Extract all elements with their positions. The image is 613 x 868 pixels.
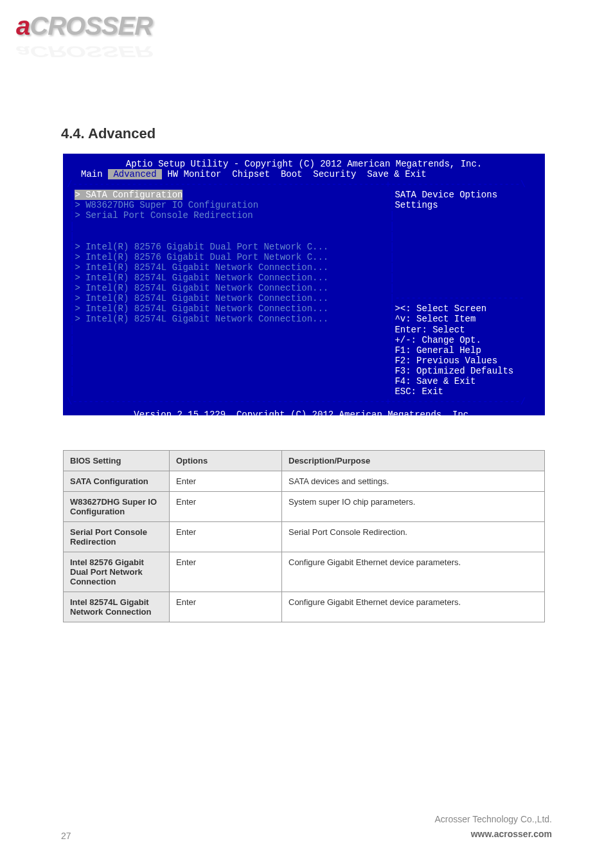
table-cell: SATA devices and settings.	[282, 471, 545, 492]
logo-reflection: aCROSSER	[16, 43, 152, 60]
bios-footer: Version 2.15.1229. Copyright (C) 2012 Am…	[64, 407, 544, 420]
logo-rest: CROSSER	[30, 12, 152, 40]
table-header: BIOS Setting	[64, 451, 170, 471]
logo: aCROSSER	[16, 12, 152, 41]
menu-item: > Intel(R) 82574L Gigabit Network Connec…	[75, 283, 328, 293]
tab-boot: Boot	[281, 169, 303, 179]
page-number: 27	[61, 831, 71, 841]
menu-item: > Intel(R) 82574L Gigabit Network Connec…	[75, 314, 328, 324]
menu-item: > Serial Port Console Redirection	[75, 210, 253, 221]
table-cell: Enter	[170, 492, 282, 522]
settings-table: BIOS Setting Options Description/Purpose…	[63, 450, 545, 622]
help-text: ESC: Exit	[395, 386, 443, 397]
bios-screenshot: Aptio Setup Utility - Copyright (C) 2012…	[63, 154, 545, 415]
table-cell: Configure Gigabit Ethernet device parame…	[282, 592, 545, 622]
table-cell: Enter	[170, 592, 282, 622]
logo-first-letter: a	[16, 12, 30, 40]
menu-item: > Intel(R) 82574L Gigabit Network Connec…	[75, 293, 328, 303]
help-text: F2: Previous Values	[395, 356, 497, 366]
table-header: Options	[170, 451, 282, 471]
help-text: Enter: Select	[395, 325, 465, 335]
bios-border: /---------------------------------------…	[64, 179, 544, 190]
menu-item: > Intel(R) 82574L Gigabit Network Connec…	[75, 303, 328, 314]
table-header: Description/Purpose	[282, 451, 545, 471]
table-cell: System super IO chip parameters.	[282, 492, 545, 522]
table-cell: Enter	[170, 552, 282, 592]
bios-border: \---------------------------------------…	[64, 397, 544, 407]
table-row: SATA Configuration Enter SATA devices an…	[64, 471, 545, 492]
menu-item: > Intel(R) 82576 Gigabit Dual Port Netwo…	[75, 252, 328, 262]
table-cell: SATA Configuration	[64, 471, 170, 492]
company-name: Acrosser Technology Co.,Ltd.	[434, 812, 552, 826]
help-text: SATA Device Options	[395, 190, 497, 200]
table-cell: W83627DHG Super IO Configuration	[64, 492, 170, 522]
table-cell: Serial Port Console Redirection.	[282, 522, 545, 552]
help-text: F1: General Help	[395, 345, 481, 356]
section-title: 4.4. Advanced	[61, 125, 155, 142]
help-text: +/-: Change Opt.	[395, 335, 481, 345]
bios-left-panel: |> SATA Configuration |> W83627DHG Super…	[67, 190, 387, 397]
table-cell: Enter	[170, 471, 282, 492]
menu-item: > Intel(R) 82574L Gigabit Network Connec…	[75, 273, 328, 283]
help-text: Settings	[395, 200, 438, 210]
tab-security: Security	[313, 169, 356, 179]
tab-save: Save & Exit	[367, 169, 426, 179]
table-cell: Intel 82574L Gigabit Network Connection	[64, 592, 170, 622]
tab-chipset: Chipset	[232, 169, 270, 179]
company-url: www.acrosser.com	[434, 827, 552, 841]
table-header-row: BIOS Setting Options Description/Purpose	[64, 451, 545, 471]
tab-main: Main	[81, 169, 103, 179]
menu-item: > Intel(R) 82574L Gigabit Network Connec…	[75, 262, 328, 273]
bios-tabs: Main Advanced HW Monitor Chipset Boot Se…	[64, 169, 544, 179]
table-cell: Serial Port Console Redirection	[64, 522, 170, 552]
table-row: W83627DHG Super IO Configuration Enter S…	[64, 492, 545, 522]
page-footer: Acrosser Technology Co.,Ltd. www.acrosse…	[434, 812, 552, 841]
help-text: F4: Save & Exit	[395, 376, 475, 386]
bios-header: Aptio Setup Utility - Copyright (C) 2012…	[64, 155, 544, 169]
help-text: ^v: Select Item	[395, 314, 475, 324]
help-text: ><: Select Screen	[395, 303, 486, 314]
table-row: Intel 82576 Gigabit Dual Port Network Co…	[64, 552, 545, 592]
bios-right-panel: |SATA Device Options |Settings | | | | |…	[387, 190, 541, 397]
menu-item: > Intel(R) 82576 Gigabit Dual Port Netwo…	[75, 242, 328, 252]
table-row: Intel 82574L Gigabit Network Connection …	[64, 592, 545, 622]
table-cell: Configure Gigabit Ethernet device parame…	[282, 552, 545, 592]
tab-advanced: Advanced	[108, 169, 162, 179]
menu-item: > W83627DHG Super IO Configuration	[75, 200, 258, 210]
tab-hw: HW Monitor	[167, 169, 221, 179]
help-text: F3: Optimized Defaults	[395, 366, 513, 376]
table-cell: Intel 82576 Gigabit Dual Port Network Co…	[64, 552, 170, 592]
table-cell: Enter	[170, 522, 282, 552]
table-row: Serial Port Console Redirection Enter Se…	[64, 522, 545, 552]
menu-item-selected: > SATA Configuration	[75, 190, 182, 200]
